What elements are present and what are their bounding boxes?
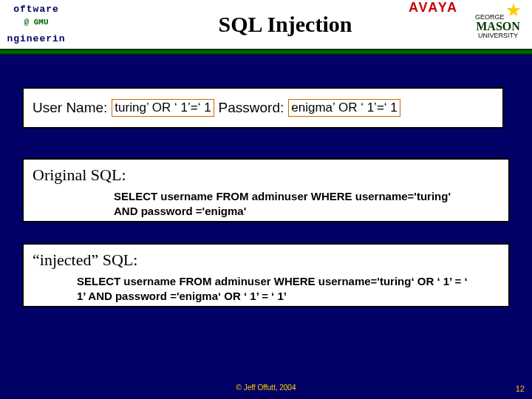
original-sql-label: Original SQL: (33, 166, 499, 185)
injected-sql-label: “injected” SQL: (33, 250, 499, 270)
credentials-panel: User Name: turing’ OR ‘ 1’=‘ 1 Password:… (22, 87, 504, 129)
logo-text-bot: ngineerin (4, 34, 68, 44)
username-label: User Name: (33, 100, 107, 116)
star-icon (506, 3, 521, 18)
slide-header: oftware @ GMU ngineerin SQL Injection AV… (0, 0, 532, 49)
logo-text-top: oftware (4, 4, 68, 15)
gmu-logo: GEORGE MASON UNIVERSITY (466, 1, 531, 44)
footer-copyright: © Jeff Offutt, 2004 (0, 383, 532, 392)
password-input[interactable]: enigma’ OR ‘ 1’=‘ 1 (288, 99, 400, 117)
slide-title: SQL Injection (68, 12, 532, 37)
original-sql-panel: Original SQL: SELECT username FROM admin… (22, 158, 510, 222)
original-sql-code: SELECT username FROM adminuser WHERE use… (33, 189, 499, 218)
username-input[interactable]: turing’ OR ‘ 1’=‘ 1 (112, 99, 214, 117)
injected-sql-code: SELECT username FROM adminuser WHERE use… (33, 274, 499, 303)
gmu-logo-mid: MASON (466, 21, 531, 33)
logo-text-mid: @ GMU (4, 18, 68, 27)
gmu-logo-bot: UNIVERSITY (478, 32, 518, 39)
slide-number: 12 (516, 384, 525, 393)
avaya-logo: AVAYA (409, 0, 458, 16)
header-divider (0, 49, 532, 55)
software-engineering-gmu-logo: oftware @ GMU ngineerin (4, 3, 68, 46)
password-label: Password: (219, 100, 284, 116)
injected-sql-panel: “injected” SQL: SELECT username FROM adm… (22, 243, 510, 307)
